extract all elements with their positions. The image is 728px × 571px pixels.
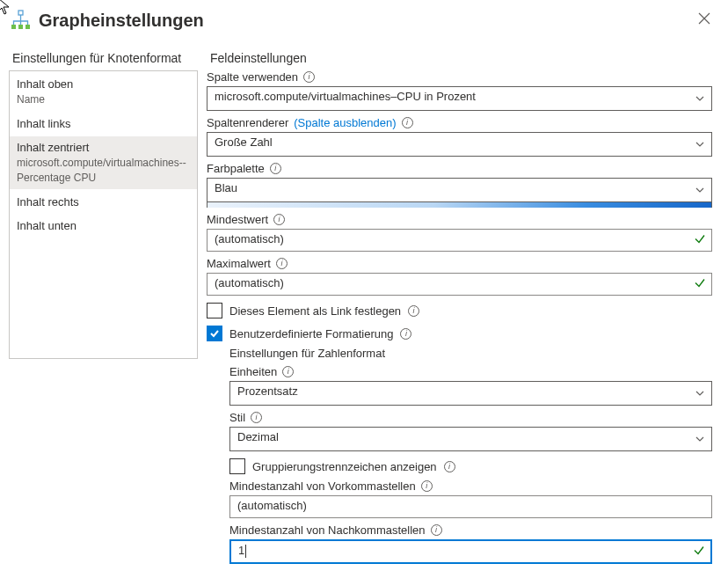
info-icon[interactable]: i: [273, 214, 285, 225]
renderer-label: Spaltenrenderer: [207, 116, 288, 129]
dialog-title: Grapheinstellungen: [39, 11, 695, 31]
info-icon[interactable]: i: [444, 461, 455, 472]
input-value: (automatisch): [215, 232, 284, 245]
sidebar-item-label: Inhalt unten: [17, 218, 190, 233]
link-checkbox-label: Dieses Element als Link festlegen: [229, 304, 401, 318]
min-int-input[interactable]: (automatisch): [229, 495, 712, 518]
svg-rect-2: [18, 25, 23, 29]
svg-rect-1: [11, 25, 16, 29]
link-checkbox[interactable]: [207, 303, 222, 318]
dialog-header: Grapheinstellungen: [0, 0, 728, 39]
graph-icon: [9, 9, 32, 32]
custom-format-label: Benutzerdefinierte Formatierung: [229, 327, 393, 340]
use-column-label: Spalte verwenden: [207, 70, 298, 84]
check-icon: [694, 277, 706, 292]
check-icon: [694, 233, 706, 248]
number-format-section: Einstellungen für Zahlenformat Einheiten…: [229, 347, 712, 571]
sidebar-item-label: Inhalt rechts: [17, 194, 190, 209]
units-label: Einheiten: [229, 365, 277, 378]
sidebar-item-left[interactable]: Inhalt links: [10, 113, 197, 135]
svg-rect-3: [25, 25, 30, 29]
sidebar-item-sub: Name: [17, 92, 190, 107]
info-icon[interactable]: i: [251, 412, 262, 423]
grouping-checkbox[interactable]: [229, 458, 245, 474]
sidebar-item-center[interactable]: Inhalt zentriert microsoft.compute/virtu…: [10, 136, 197, 189]
style-label: Stil: [229, 411, 245, 424]
select-value: Prozentsatz: [229, 381, 712, 406]
palette-preview: [207, 202, 712, 208]
info-icon[interactable]: i: [282, 366, 294, 377]
input-value: 1: [238, 544, 244, 557]
min-frac-label: Mindestanzahl von Nachkommastellen: [229, 523, 426, 537]
info-icon[interactable]: i: [303, 71, 315, 83]
info-icon[interactable]: i: [421, 480, 433, 492]
custom-format-checkbox[interactable]: [207, 326, 222, 341]
sidebar-item-top[interactable]: Inhalt oben Name: [10, 73, 197, 111]
sidebar-item-sub: microsoft.compute/virtualmachines--Perce…: [17, 156, 190, 186]
select-value: Blau: [207, 178, 712, 202]
select-value: Dezimal: [229, 427, 712, 451]
node-format-list: Inhalt oben Name Inhalt links Inhalt zen…: [9, 70, 198, 359]
input-value: (automatisch): [237, 499, 307, 512]
min-label: Mindestwert: [207, 213, 268, 226]
min-value-input[interactable]: (automatisch): [207, 229, 712, 252]
info-icon[interactable]: i: [400, 328, 411, 340]
renderer-select[interactable]: Große Zahl: [207, 132, 712, 157]
min-frac-input[interactable]: 1: [229, 539, 712, 564]
input-value: (automatisch): [215, 276, 284, 289]
right-pane-title: Feldeinstellungen: [207, 51, 712, 65]
max-label: Maximalwert: [207, 257, 271, 270]
info-icon[interactable]: i: [402, 117, 413, 128]
hide-column-link[interactable]: (Spalte ausblenden): [294, 116, 396, 129]
sidebar-item-label: Inhalt links: [17, 116, 190, 131]
palette-select[interactable]: Blau: [207, 178, 712, 202]
info-icon[interactable]: i: [276, 258, 288, 269]
check-icon: [693, 545, 705, 560]
number-format-heading: Einstellungen für Zahlenformat: [229, 347, 712, 360]
sidebar-item-bottom[interactable]: Inhalt unten: [10, 215, 197, 237]
info-icon[interactable]: i: [431, 524, 442, 536]
svg-rect-0: [18, 11, 23, 15]
left-pane-title: Einstellungen für Knotenformat: [9, 51, 198, 65]
grouping-checkbox-label: Gruppierungstrennzeichen anzeigen: [252, 460, 437, 473]
sidebar-item-label: Inhalt oben: [17, 77, 190, 92]
max-value-input[interactable]: (automatisch): [207, 273, 712, 296]
style-select[interactable]: Dezimal: [229, 427, 712, 451]
use-column-select[interactable]: microsoft.compute/virtualmachines–CPU in…: [207, 86, 712, 111]
units-select[interactable]: Prozentsatz: [229, 381, 712, 406]
info-icon[interactable]: i: [270, 163, 281, 174]
sidebar-item-right[interactable]: Inhalt rechts: [10, 191, 197, 213]
select-value: Große Zahl: [207, 132, 712, 157]
min-int-label: Mindestanzahl von Vorkommastellen: [229, 479, 416, 493]
info-icon[interactable]: i: [408, 305, 419, 317]
palette-label: Farbpalette: [207, 162, 265, 175]
sidebar-item-label: Inhalt zentriert: [17, 140, 190, 155]
close-icon[interactable]: [695, 9, 714, 32]
select-value: microsoft.compute/virtualmachines–CPU in…: [207, 86, 712, 111]
